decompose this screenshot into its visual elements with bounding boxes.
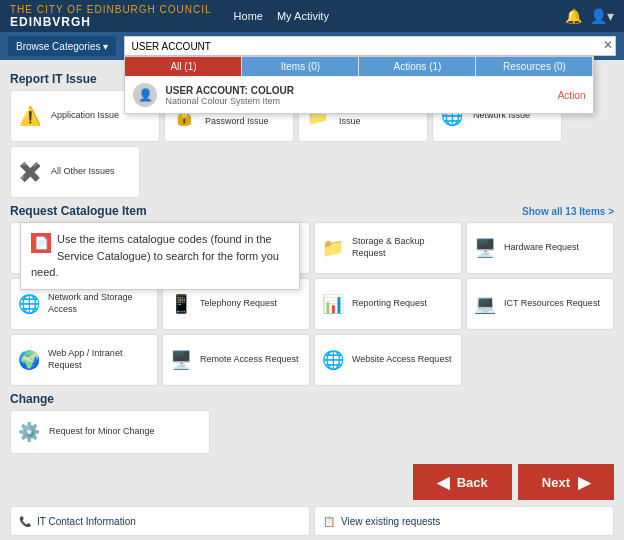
cat-label: Hardware Request (504, 242, 579, 254)
dropdown-tab-actions[interactable]: Actions (1) (359, 57, 476, 76)
list-item[interactable]: 🖥️ Hardware Request (466, 222, 614, 274)
header: THE CITY OF EDINBURGH COUNCIL EDINBVRGH … (0, 0, 624, 32)
footer-links: 📞 IT Contact Information 📋 View existing… (10, 506, 614, 536)
clipboard-icon: 📋 (323, 516, 335, 527)
list-item[interactable]: 🌐 Website Access Request (314, 334, 462, 386)
other-issues-icon: ✖️ (15, 157, 45, 187)
hardware-icon: 🖥️ (471, 234, 499, 262)
view-requests-link[interactable]: 📋 View existing requests (314, 506, 614, 536)
logo: THE CITY OF EDINBURGH COUNCIL EDINBVRGH (10, 4, 212, 29)
cat-label: Telephony Request (200, 298, 277, 310)
header-icons: 🔔 👤▾ (565, 8, 614, 24)
nav-home[interactable]: Home (234, 10, 263, 22)
network-storage-icon: 🌐 (15, 290, 43, 318)
result-user-icon: 👤 (133, 83, 157, 107)
nav-buttons: Back Next (10, 460, 614, 504)
catalogue-see-all-link[interactable]: Show all 13 Items > (522, 206, 614, 217)
cat-label: Web App / Intranet Request (48, 348, 153, 371)
remote-access-icon: 🖥️ (167, 346, 195, 374)
alert-icon: ⚠️ (15, 101, 45, 131)
change-label: Request for Minor Change (49, 426, 155, 438)
list-item[interactable]: 📁 Storage & Backup Request (314, 222, 462, 274)
it-contact-label: IT Contact Information (37, 516, 136, 527)
result-type: Action (558, 90, 586, 101)
change-section-title: Change (10, 392, 54, 406)
reporting-icon: 📊 (319, 290, 347, 318)
browse-chevron-icon: ▾ (103, 41, 108, 52)
nav-my-activity[interactable]: My Activity (277, 10, 329, 22)
cat-label: Storage & Backup Request (352, 236, 457, 259)
bell-icon[interactable]: 🔔 (565, 8, 582, 24)
tooltip-icon: 📄 (31, 233, 51, 253)
change-icon: ⚙️ (15, 418, 43, 446)
dropdown-tab-all[interactable]: All (1) (125, 57, 242, 76)
list-item[interactable]: ⚙️ Request for Minor Change (10, 410, 210, 454)
it-contact-link[interactable]: 📞 IT Contact Information (10, 506, 310, 536)
cat-label: Remote Access Request (200, 354, 299, 366)
result-title: USER ACCOUNT: COLOUR (165, 85, 549, 96)
list-item[interactable]: 🖥️ Remote Access Request (162, 334, 310, 386)
ict-icon: 💻 (471, 290, 499, 318)
dropdown-tabs: All (1) Items (0) Actions (1) Resources … (125, 57, 593, 76)
cat-label: ICT Resources Request (504, 298, 600, 310)
list-item[interactable]: 📊 Reporting Request (314, 278, 462, 330)
back-arrow-icon (437, 473, 449, 492)
next-button[interactable]: Next (518, 464, 614, 500)
list-item[interactable]: 💻 ICT Resources Request (466, 278, 614, 330)
result-subtitle: National Colour System Item (165, 96, 549, 106)
main-nav: Home My Activity (234, 10, 329, 22)
tooltip-text: Use the items catalogue codes (found in … (31, 233, 279, 278)
catalogue-section: 📄 Use the items catalogue codes (found i… (10, 222, 614, 386)
back-button[interactable]: Back (413, 464, 512, 500)
view-requests-label: View existing requests (341, 516, 440, 527)
back-label: Back (457, 475, 488, 490)
next-label: Next (542, 475, 570, 490)
dropdown-tab-items[interactable]: Items (0) (242, 57, 359, 76)
webapp-icon: 🌍 (15, 346, 43, 374)
report-section-title: Report IT Issue (10, 72, 97, 86)
storage-icon: 📁 (319, 234, 347, 262)
change-section-header: Change (10, 392, 614, 406)
toolbar: Browse Categories ▾ ✕ All (1) Items (0) … (0, 32, 624, 60)
list-item[interactable]: 🌍 Web App / Intranet Request (10, 334, 158, 386)
dropdown-tab-resources[interactable]: Resources (0) (476, 57, 593, 76)
search-wrapper: ✕ All (1) Items (0) Actions (1) Resource… (124, 36, 616, 56)
search-input[interactable] (124, 36, 616, 56)
dropdown-result[interactable]: 👤 USER ACCOUNT: COLOUR National Colour S… (125, 76, 593, 113)
browse-categories-label: Browse Categories (16, 41, 100, 52)
website-access-icon: 🌐 (319, 346, 347, 374)
next-arrow-icon (578, 473, 590, 492)
search-clear-icon[interactable]: ✕ (603, 38, 613, 52)
list-item[interactable]: ✖️ All Other Issues (10, 146, 140, 198)
result-text: USER ACCOUNT: COLOUR National Colour Sys… (165, 85, 549, 106)
search-dropdown: All (1) Items (0) Actions (1) Resources … (124, 56, 594, 114)
catalogue-section-title: Request Catalogue Item (10, 204, 147, 218)
cat-label: Website Access Request (352, 354, 451, 366)
catalogue-section-header: Request Catalogue Item Show all 13 Items… (10, 204, 614, 218)
catalogue-tooltip: 📄 Use the items catalogue codes (found i… (20, 222, 300, 290)
issue-label: All Other Issues (51, 166, 115, 178)
cat-label: Network and Storage Access (48, 292, 153, 315)
cat-label: Reporting Request (352, 298, 427, 310)
issue-label: Application Issue (51, 110, 119, 122)
telephony-icon: 📱 (167, 290, 195, 318)
main-content: Report IT Issue ⚠️ Application Issue 🔒 A… (0, 60, 624, 540)
phone-icon: 📞 (19, 516, 31, 527)
browse-categories-button[interactable]: Browse Categories ▾ (8, 36, 116, 56)
user-avatar-icon[interactable]: 👤▾ (590, 8, 614, 24)
logo-subtitle: THE CITY OF EDINBURGH COUNCIL (10, 4, 212, 15)
